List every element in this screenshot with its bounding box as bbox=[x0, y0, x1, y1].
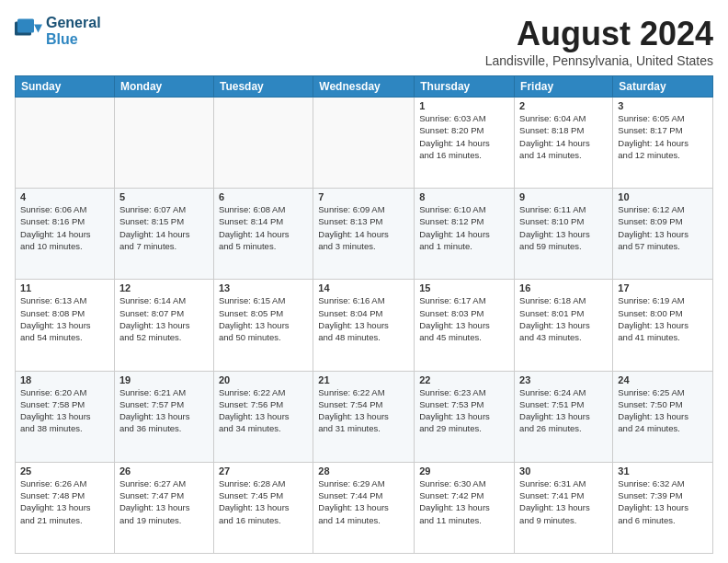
day-number: 31 bbox=[618, 465, 708, 477]
calendar-cell: 18Sunrise: 6:20 AM Sunset: 7:58 PM Dayli… bbox=[16, 371, 115, 462]
day-header-saturday: Saturday bbox=[613, 76, 713, 98]
calendar-cell: 20Sunrise: 6:22 AM Sunset: 7:56 PM Dayli… bbox=[213, 371, 313, 462]
calendar-cell: 11Sunrise: 6:13 AM Sunset: 8:08 PM Dayli… bbox=[16, 280, 115, 371]
day-info: Sunrise: 6:12 AM Sunset: 8:09 PM Dayligh… bbox=[618, 203, 708, 252]
day-number: 16 bbox=[519, 282, 608, 293]
calendar-cell: 1Sunrise: 6:03 AM Sunset: 8:20 PM Daylig… bbox=[415, 98, 515, 189]
day-info: Sunrise: 6:32 AM Sunset: 7:39 PM Dayligh… bbox=[618, 477, 708, 526]
day-info: Sunrise: 6:03 AM Sunset: 8:20 PM Dayligh… bbox=[419, 112, 509, 161]
day-number: 26 bbox=[119, 465, 209, 477]
calendar-cell: 4Sunrise: 6:06 AM Sunset: 8:16 PM Daylig… bbox=[16, 189, 115, 280]
calendar-cell: 16Sunrise: 6:18 AM Sunset: 8:01 PM Dayli… bbox=[515, 280, 613, 371]
calendar-cell: 6Sunrise: 6:08 AM Sunset: 8:14 PM Daylig… bbox=[213, 189, 313, 280]
week-row-1: 1Sunrise: 6:03 AM Sunset: 8:20 PM Daylig… bbox=[16, 98, 713, 189]
day-info: Sunrise: 6:16 AM Sunset: 8:04 PM Dayligh… bbox=[318, 294, 409, 343]
day-info: Sunrise: 6:21 AM Sunset: 7:57 PM Dayligh… bbox=[119, 386, 209, 435]
title-area: August 2024 Landisville, Pennsylvania, U… bbox=[485, 15, 713, 68]
day-number: 23 bbox=[519, 374, 608, 385]
day-number: 12 bbox=[119, 282, 209, 293]
day-info: Sunrise: 6:27 AM Sunset: 7:47 PM Dayligh… bbox=[119, 477, 209, 526]
calendar-cell: 9Sunrise: 6:11 AM Sunset: 8:10 PM Daylig… bbox=[515, 189, 613, 280]
header: General Blue August 2024 Landisville, Pe… bbox=[15, 15, 713, 68]
day-info: Sunrise: 6:22 AM Sunset: 7:56 PM Dayligh… bbox=[219, 386, 308, 435]
day-number: 28 bbox=[318, 465, 409, 477]
calendar-cell: 27Sunrise: 6:28 AM Sunset: 7:45 PM Dayli… bbox=[213, 462, 313, 553]
day-info: Sunrise: 6:08 AM Sunset: 8:14 PM Dayligh… bbox=[219, 203, 308, 252]
day-info: Sunrise: 6:24 AM Sunset: 7:51 PM Dayligh… bbox=[519, 386, 608, 435]
day-number: 29 bbox=[419, 465, 509, 477]
day-info: Sunrise: 6:30 AM Sunset: 7:42 PM Dayligh… bbox=[419, 477, 509, 526]
calendar-cell: 10Sunrise: 6:12 AM Sunset: 8:09 PM Dayli… bbox=[613, 189, 713, 280]
calendar-cell: 31Sunrise: 6:32 AM Sunset: 7:39 PM Dayli… bbox=[613, 462, 713, 553]
day-header-friday: Friday bbox=[515, 76, 613, 98]
day-number: 5 bbox=[119, 191, 209, 202]
day-info: Sunrise: 6:19 AM Sunset: 8:00 PM Dayligh… bbox=[618, 294, 708, 343]
calendar-cell: 24Sunrise: 6:25 AM Sunset: 7:50 PM Dayli… bbox=[613, 371, 713, 462]
logo-text-general: General bbox=[46, 15, 101, 31]
page: General Blue August 2024 Landisville, Pe… bbox=[0, 0, 728, 563]
day-info: Sunrise: 6:25 AM Sunset: 7:50 PM Dayligh… bbox=[618, 386, 708, 435]
day-number: 11 bbox=[20, 282, 109, 293]
svg-marker-2 bbox=[34, 24, 42, 32]
day-info: Sunrise: 6:22 AM Sunset: 7:54 PM Dayligh… bbox=[318, 386, 409, 435]
day-info: Sunrise: 6:09 AM Sunset: 8:13 PM Dayligh… bbox=[318, 203, 409, 252]
day-number: 30 bbox=[519, 465, 608, 477]
calendar-cell bbox=[114, 98, 213, 189]
calendar-cell: 3Sunrise: 6:05 AM Sunset: 8:17 PM Daylig… bbox=[613, 98, 713, 189]
calendar-cell: 15Sunrise: 6:17 AM Sunset: 8:03 PM Dayli… bbox=[415, 280, 515, 371]
day-info: Sunrise: 6:18 AM Sunset: 8:01 PM Dayligh… bbox=[519, 294, 608, 343]
day-number: 15 bbox=[419, 282, 509, 293]
day-number: 14 bbox=[318, 282, 409, 293]
logo-text-blue: Blue bbox=[46, 31, 101, 48]
day-number: 1 bbox=[419, 100, 509, 111]
calendar-cell: 8Sunrise: 6:10 AM Sunset: 8:12 PM Daylig… bbox=[415, 189, 515, 280]
calendar-cell: 28Sunrise: 6:29 AM Sunset: 7:44 PM Dayli… bbox=[313, 462, 415, 553]
day-info: Sunrise: 6:10 AM Sunset: 8:12 PM Dayligh… bbox=[419, 203, 509, 252]
day-number: 9 bbox=[519, 191, 608, 202]
calendar-cell: 30Sunrise: 6:31 AM Sunset: 7:41 PM Dayli… bbox=[515, 462, 613, 553]
calendar-cell: 2Sunrise: 6:04 AM Sunset: 8:18 PM Daylig… bbox=[515, 98, 613, 189]
day-info: Sunrise: 6:11 AM Sunset: 8:10 PM Dayligh… bbox=[519, 203, 608, 252]
week-row-4: 18Sunrise: 6:20 AM Sunset: 7:58 PM Dayli… bbox=[16, 371, 713, 462]
day-info: Sunrise: 6:06 AM Sunset: 8:16 PM Dayligh… bbox=[20, 203, 109, 252]
day-info: Sunrise: 6:28 AM Sunset: 7:45 PM Dayligh… bbox=[219, 477, 308, 526]
day-header-monday: Monday bbox=[114, 76, 213, 98]
location: Landisville, Pennsylvania, United States bbox=[485, 53, 713, 68]
day-info: Sunrise: 6:07 AM Sunset: 8:15 PM Dayligh… bbox=[119, 203, 209, 252]
calendar-cell: 19Sunrise: 6:21 AM Sunset: 7:57 PM Dayli… bbox=[114, 371, 213, 462]
day-number: 20 bbox=[219, 374, 308, 385]
calendar-cell: 5Sunrise: 6:07 AM Sunset: 8:15 PM Daylig… bbox=[114, 189, 213, 280]
day-number: 24 bbox=[618, 374, 708, 385]
day-info: Sunrise: 6:20 AM Sunset: 7:58 PM Dayligh… bbox=[20, 386, 109, 435]
calendar-cell bbox=[16, 98, 115, 189]
calendar-cell: 29Sunrise: 6:30 AM Sunset: 7:42 PM Dayli… bbox=[415, 462, 515, 553]
day-number: 17 bbox=[618, 282, 708, 293]
day-number: 18 bbox=[20, 374, 109, 385]
day-number: 21 bbox=[318, 374, 409, 385]
day-number: 8 bbox=[419, 191, 509, 202]
calendar-cell: 25Sunrise: 6:26 AM Sunset: 7:48 PM Dayli… bbox=[16, 462, 115, 553]
week-row-5: 25Sunrise: 6:26 AM Sunset: 7:48 PM Dayli… bbox=[16, 462, 713, 553]
month-title: August 2024 bbox=[485, 15, 713, 53]
day-number: 25 bbox=[20, 465, 109, 477]
day-header-wednesday: Wednesday bbox=[313, 76, 415, 98]
calendar-cell: 17Sunrise: 6:19 AM Sunset: 8:00 PM Dayli… bbox=[613, 280, 713, 371]
calendar-cell: 12Sunrise: 6:14 AM Sunset: 8:07 PM Dayli… bbox=[114, 280, 213, 371]
day-number: 27 bbox=[219, 465, 308, 477]
day-info: Sunrise: 6:29 AM Sunset: 7:44 PM Dayligh… bbox=[318, 477, 409, 526]
calendar-cell: 7Sunrise: 6:09 AM Sunset: 8:13 PM Daylig… bbox=[313, 189, 415, 280]
day-info: Sunrise: 6:13 AM Sunset: 8:08 PM Dayligh… bbox=[20, 294, 109, 343]
day-info: Sunrise: 6:26 AM Sunset: 7:48 PM Dayligh… bbox=[20, 477, 109, 526]
day-info: Sunrise: 6:05 AM Sunset: 8:17 PM Dayligh… bbox=[618, 112, 708, 161]
day-info: Sunrise: 6:14 AM Sunset: 8:07 PM Dayligh… bbox=[119, 294, 209, 343]
day-info: Sunrise: 6:17 AM Sunset: 8:03 PM Dayligh… bbox=[419, 294, 509, 343]
calendar-cell bbox=[313, 98, 415, 189]
day-number: 22 bbox=[419, 374, 509, 385]
week-row-2: 4Sunrise: 6:06 AM Sunset: 8:16 PM Daylig… bbox=[16, 189, 713, 280]
calendar-cell: 13Sunrise: 6:15 AM Sunset: 8:05 PM Dayli… bbox=[213, 280, 313, 371]
day-number: 2 bbox=[519, 100, 608, 111]
svg-rect-1 bbox=[17, 18, 34, 32]
day-number: 3 bbox=[618, 100, 708, 111]
day-number: 19 bbox=[119, 374, 209, 385]
logo: General Blue bbox=[15, 15, 101, 47]
